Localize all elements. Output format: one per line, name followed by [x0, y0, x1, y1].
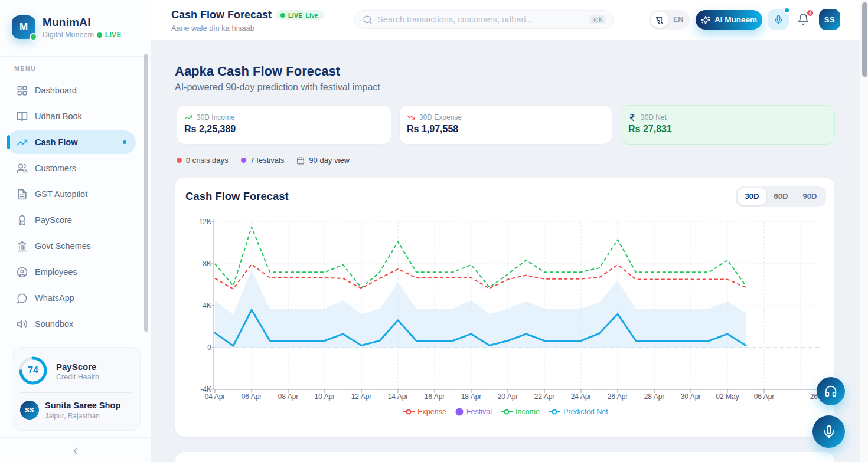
svg-text:14 Apr: 14 Apr: [388, 392, 409, 401]
svg-text:16 Apr: 16 Apr: [425, 392, 445, 401]
svg-text:28 Apr: 28 Apr: [644, 392, 665, 401]
svg-text:12K: 12K: [199, 218, 211, 226]
svg-text:06 Apr: 06 Apr: [242, 392, 262, 401]
svg-text:08 Apr: 08 Apr: [278, 392, 299, 401]
svg-text:26 Apr: 26 Apr: [608, 392, 628, 401]
svg-text:10 Apr: 10 Apr: [315, 392, 335, 401]
svg-text:-4K: -4K: [200, 385, 211, 394]
svg-text:22 Apr: 22 Apr: [534, 392, 555, 401]
svg-text:20 Apr: 20 Apr: [498, 392, 518, 401]
svg-text:0: 0: [207, 343, 211, 352]
svg-text:12 Apr: 12 Apr: [351, 392, 372, 401]
svg-text:18 Apr: 18 Apr: [461, 392, 482, 401]
svg-text:4K: 4K: [203, 302, 211, 310]
svg-text:24 Apr: 24 Apr: [571, 392, 592, 401]
svg-text:02 May: 02 May: [716, 392, 739, 401]
svg-text:30 Apr: 30 Apr: [681, 392, 701, 401]
svg-text:06 Apr: 06 Apr: [754, 392, 775, 401]
svg-text:04 Apr: 04 Apr: [205, 392, 226, 401]
svg-text:8K: 8K: [203, 260, 211, 268]
